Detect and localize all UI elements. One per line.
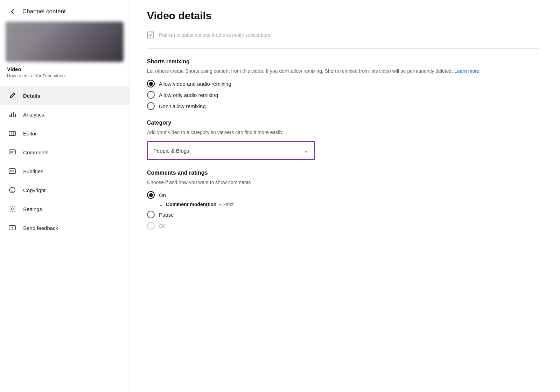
learn-more-link[interactable]: Learn more — [454, 68, 479, 74]
category-dropdown[interactable]: People & Blogs ⌄ — [147, 141, 315, 160]
comments-radio-on[interactable] — [147, 191, 155, 199]
comments-option-on[interactable]: On — [147, 191, 539, 199]
sidebar-item-copyright[interactable]: c Copyright — [0, 181, 129, 200]
video-thumbnail — [6, 22, 124, 62]
sidebar-item-subtitles[interactable]: Subtitles — [0, 162, 129, 181]
comments-radio-off[interactable] — [147, 222, 155, 230]
comments-label-pause: Pause — [159, 212, 174, 218]
comments-option-off[interactable]: Off — [147, 222, 539, 230]
svg-rect-2 — [13, 112, 14, 117]
moderation-label: Comment moderation — [166, 202, 217, 207]
sidebar-header: Channel content — [0, 0, 129, 22]
comments-icon — [8, 148, 17, 157]
svg-point-20 — [12, 229, 13, 230]
settings-icon — [8, 204, 17, 214]
remixing-option-audio-only[interactable]: Allow only audio remixing — [147, 91, 539, 99]
comments-ratings-title: Comments and ratings — [147, 170, 539, 176]
moderation-badge: • Strict — [219, 202, 234, 207]
details-label: Details — [23, 93, 40, 99]
comments-label-on: On — [159, 192, 166, 198]
video-info: Video How to edit a YouTube video — [0, 66, 129, 84]
shorts-remixing-title: Shorts remixing — [147, 58, 539, 65]
remixing-label-no-remixing: Don't allow remixing — [159, 103, 206, 109]
subtitles-label: Subtitles — [23, 168, 43, 174]
sidebar-item-comments[interactable]: Comments — [0, 143, 129, 162]
publish-row[interactable]: Publish to subscriptions feed and notify… — [147, 31, 539, 38]
comments-ratings-desc: Choose if and how you want to show comme… — [147, 179, 539, 186]
svg-rect-3 — [15, 114, 16, 117]
sidebar-nav: Details Analytics — [0, 84, 129, 392]
back-button[interactable] — [7, 6, 18, 17]
subtitles-icon — [8, 167, 17, 176]
copyright-icon: c — [8, 186, 17, 195]
svg-point-17 — [11, 208, 13, 210]
analytics-icon — [8, 110, 17, 119]
category-value: People & Blogs — [153, 148, 189, 154]
remixing-options: Allow video and audio remixing Allow onl… — [147, 80, 539, 110]
analytics-label: Analytics — [23, 112, 44, 118]
sidebar: Channel content Video How to edit a YouT… — [0, 0, 130, 392]
svg-text:c: c — [12, 189, 13, 192]
main-content: Video details Publish to subscriptions f… — [130, 0, 560, 392]
comment-moderation-row[interactable]: ⌄ Comment moderation • Strict — [159, 202, 539, 207]
remixing-option-allow-all[interactable]: Allow video and audio remixing — [147, 80, 539, 88]
sidebar-item-send-feedback[interactable]: Send feedback — [0, 218, 129, 237]
category-title: Category — [147, 120, 539, 126]
remixing-radio-audio-only[interactable] — [147, 91, 155, 99]
category-desc: Add your video to a category so viewers … — [147, 129, 539, 136]
sidebar-item-settings[interactable]: Settings — [0, 200, 129, 218]
remixing-label-allow-all: Allow video and audio remixing — [159, 81, 231, 87]
sidebar-item-analytics[interactable]: Analytics — [0, 105, 129, 124]
shorts-remixing-section: Shorts remixing Let others create Shorts… — [147, 58, 539, 110]
comments-ratings-section: Comments and ratings Choose if and how y… — [147, 170, 539, 230]
svg-rect-0 — [9, 115, 10, 117]
svg-rect-1 — [11, 113, 12, 117]
svg-rect-4 — [9, 131, 15, 135]
sidebar-item-details[interactable]: Details — [0, 86, 129, 105]
svg-rect-10 — [9, 169, 15, 174]
comments-radio-pause[interactable] — [147, 211, 155, 218]
shorts-remixing-desc: Let others create Shorts using content f… — [147, 68, 539, 75]
editor-label: Editor — [23, 131, 37, 136]
divider — [147, 48, 539, 49]
comments-options: On — [147, 191, 539, 199]
copyright-label: Copyright — [23, 187, 46, 193]
publish-label: Publish to subscriptions feed and notify… — [159, 32, 270, 38]
publish-checkbox[interactable] — [147, 31, 154, 38]
comments-option-pause[interactable]: Pause — [147, 211, 539, 218]
video-subtitle: How to edit a YouTube video — [7, 73, 122, 78]
video-title: Video — [7, 66, 122, 72]
pencil-icon — [8, 91, 17, 100]
page-title: Video details — [147, 10, 539, 22]
comments-label: Comments — [23, 149, 49, 155]
remixing-option-no-remixing[interactable]: Don't allow remixing — [147, 102, 539, 110]
chevron-down-icon: ⌄ — [159, 202, 163, 207]
send-feedback-label: Send feedback — [23, 225, 58, 231]
feedback-icon — [8, 223, 17, 232]
settings-label: Settings — [23, 206, 42, 212]
svg-rect-7 — [9, 150, 15, 154]
category-section: Category Add your video to a category so… — [147, 120, 539, 160]
chevron-down-icon: ⌄ — [303, 147, 309, 154]
remixing-radio-no-remixing[interactable] — [147, 102, 155, 110]
comments-label-off: Off — [159, 223, 166, 229]
remixing-radio-allow-all[interactable] — [147, 80, 155, 88]
sidebar-title: Channel content — [22, 8, 66, 15]
remixing-label-audio-only: Allow only audio remixing — [159, 92, 218, 98]
editor-icon — [8, 129, 17, 138]
sidebar-item-editor[interactable]: Editor — [0, 124, 129, 143]
comments-more-options: Pause Off — [147, 211, 539, 230]
